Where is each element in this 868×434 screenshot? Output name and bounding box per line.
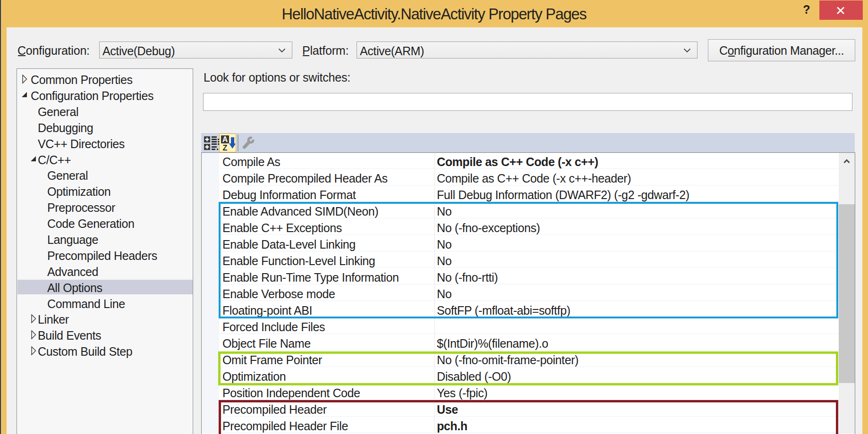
svg-text:A: A (222, 135, 228, 143)
svg-text:Z: Z (223, 144, 228, 151)
